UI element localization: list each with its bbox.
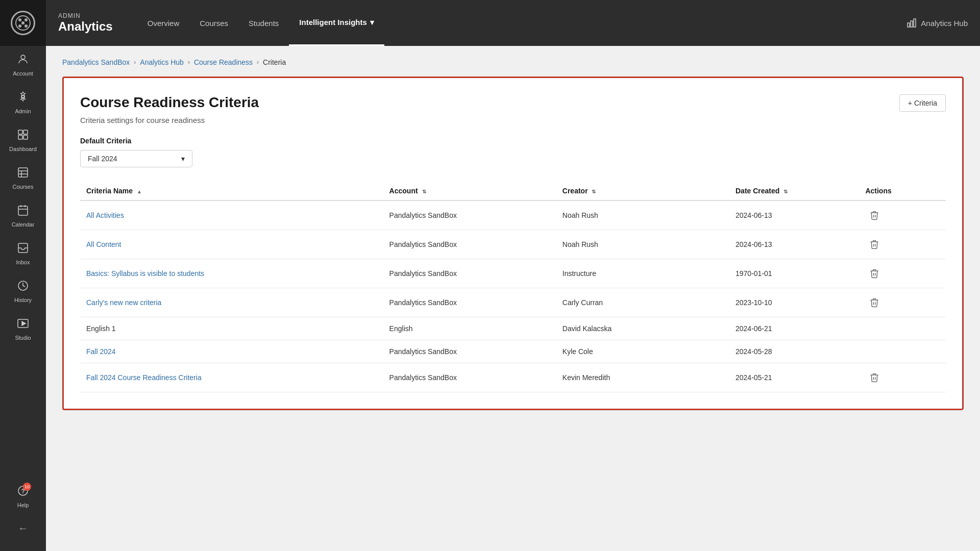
criteria-name-link[interactable]: Carly's new new criteria — [86, 298, 161, 307]
nav-link-courses[interactable]: Courses — [189, 0, 238, 46]
sidebar-item-admin[interactable]: Admin — [0, 84, 46, 121]
table-row: Carly's new new criteriaPandalytics Sand… — [80, 288, 946, 317]
breadcrumb-course-readiness[interactable]: Course Readiness — [194, 58, 253, 66]
sidebar-item-account[interactable]: Account — [0, 46, 46, 84]
criteria-table: Criteria Name ▲ Account ⇅ Creator ⇅ Da — [80, 182, 946, 392]
trash-icon — [869, 268, 879, 279]
sidebar: Account Admin Dashboard — [0, 0, 46, 551]
col-header-creator[interactable]: Creator ⇅ — [556, 182, 729, 201]
sidebar-collapse-button[interactable]: ← — [0, 515, 46, 541]
calendar-icon — [17, 204, 29, 219]
top-navigation: ADMIN Analytics Overview Courses Student… — [46, 0, 980, 46]
criteria-name-link[interactable]: All Activities — [86, 211, 124, 219]
sidebar-item-history-label: History — [14, 297, 32, 303]
breadcrumb-sep-3: › — [257, 59, 259, 66]
sidebar-item-dashboard[interactable]: Dashboard — [0, 121, 46, 159]
breadcrumb-analytics-hub[interactable]: Analytics Hub — [140, 58, 184, 66]
sidebar-item-help[interactable]: ? 10 Help — [0, 478, 46, 515]
default-criteria-label: Default Criteria — [80, 137, 946, 145]
card-header: Course Readiness Criteria + Criteria — [80, 94, 946, 112]
breadcrumb: Pandalytics SandBox › Analytics Hub › Co… — [62, 58, 964, 66]
default-criteria-dropdown[interactable]: Fall 2024 ▾ — [80, 150, 192, 167]
criteria-account: Pandalytics SandBox — [383, 340, 556, 363]
criteria-date-created: 2024-05-28 — [729, 340, 859, 363]
criteria-date-created: 2023-10-10 — [729, 288, 859, 317]
brand-admin-label: ADMIN — [58, 12, 113, 19]
nav-link-overview[interactable]: Overview — [137, 0, 190, 46]
criteria-account: Pandalytics SandBox — [383, 259, 556, 288]
criteria-creator: Carly Curran — [556, 288, 729, 317]
nav-link-students[interactable]: Students — [238, 0, 289, 46]
criteria-account: Pandalytics SandBox — [383, 230, 556, 259]
svg-point-3 — [18, 24, 21, 28]
help-badge-count: 10 — [23, 483, 31, 491]
col-header-account[interactable]: Account ⇅ — [383, 182, 556, 201]
svg-rect-11 — [23, 135, 28, 139]
delete-criteria-button[interactable] — [865, 237, 884, 252]
table-row: English 1EnglishDavid Kalacska2024-06-21 — [80, 317, 946, 340]
svg-point-5 — [21, 21, 24, 24]
main-wrapper: ADMIN Analytics Overview Courses Student… — [46, 0, 980, 551]
intelligent-insights-label: Intelligent Insights — [299, 18, 367, 27]
sidebar-item-calendar[interactable]: Calendar — [0, 197, 46, 235]
svg-rect-16 — [18, 206, 28, 215]
criteria-name-link[interactable]: All Content — [86, 240, 121, 248]
sidebar-bottom: ? 10 Help ← — [0, 478, 46, 551]
svg-point-2 — [24, 18, 28, 21]
sidebar-item-history[interactable]: History — [0, 272, 46, 310]
delete-criteria-button[interactable] — [865, 295, 884, 310]
col-header-date-created[interactable]: Date Created ⇅ — [729, 182, 859, 201]
delete-criteria-button[interactable] — [865, 370, 884, 385]
breadcrumb-sep-2: › — [188, 59, 190, 66]
add-criteria-button[interactable]: + Criteria — [899, 94, 946, 112]
delete-criteria-button[interactable] — [865, 208, 884, 222]
criteria-date-created: 2024-06-13 — [729, 201, 859, 230]
criteria-account: Pandalytics SandBox — [383, 363, 556, 392]
delete-criteria-button[interactable] — [865, 266, 884, 281]
sort-creator-icon: ⇅ — [592, 189, 596, 194]
add-criteria-button-label: + Criteria — [908, 99, 937, 107]
history-icon — [17, 280, 29, 295]
criteria-creator: Instructure — [556, 259, 729, 288]
criteria-date-created: 2024-06-21 — [729, 317, 859, 340]
brand: ADMIN Analytics — [58, 12, 113, 34]
breadcrumb-pandalytics[interactable]: Pandalytics SandBox — [62, 58, 130, 66]
page-title: Course Readiness Criteria — [80, 94, 259, 111]
svg-point-6 — [21, 55, 25, 59]
svg-rect-10 — [18, 135, 22, 139]
col-header-name[interactable]: Criteria Name ▲ — [80, 182, 383, 201]
logo-icon — [11, 11, 35, 35]
criteria-account: English — [383, 317, 556, 340]
criteria-creator: Noah Rush — [556, 230, 729, 259]
criteria-date-created: 2024-05-21 — [729, 363, 859, 392]
page-subtitle: Criteria settings for course readiness — [80, 116, 946, 124]
svg-marker-23 — [22, 321, 26, 325]
trash-icon — [869, 372, 879, 383]
criteria-name-link[interactable]: Basics: Syllabus is visible to students — [86, 269, 204, 278]
nav-link-intelligent-insights[interactable]: Intelligent Insights ▾ — [289, 0, 384, 46]
criteria-creator: Kyle Cole — [556, 340, 729, 363]
svg-rect-8 — [18, 130, 22, 134]
main-card: Course Readiness Criteria + Criteria Cri… — [62, 77, 964, 410]
nav-links: Overview Courses Students Intelligent In… — [137, 0, 891, 46]
sidebar-item-inbox[interactable]: Inbox — [0, 235, 46, 272]
sidebar-item-admin-label: Admin — [15, 108, 31, 114]
trash-icon — [869, 297, 879, 308]
sidebar-item-courses-label: Courses — [13, 184, 34, 190]
default-criteria-value: Fall 2024 — [88, 155, 117, 163]
criteria-name-link[interactable]: Fall 2024 — [86, 347, 116, 356]
criteria-date-created: 1970-01-01 — [729, 259, 859, 288]
svg-point-1 — [18, 18, 21, 21]
sidebar-item-dashboard-label: Dashboard — [9, 146, 37, 152]
table-row: All ContentPandalytics SandBoxNoah Rush2… — [80, 230, 946, 259]
dashboard-icon — [17, 129, 29, 144]
sidebar-item-courses[interactable]: Courses — [0, 159, 46, 197]
criteria-name-text: English 1 — [80, 317, 383, 340]
sidebar-item-inbox-label: Inbox — [16, 259, 30, 265]
analytics-hub-icon — [906, 18, 917, 28]
dropdown-chevron-icon: ▾ — [370, 18, 374, 27]
analytics-hub-link[interactable]: Analytics Hub — [906, 18, 968, 28]
criteria-name-link[interactable]: Fall 2024 Course Readiness Criteria — [86, 373, 202, 382]
sidebar-item-help-label: Help — [17, 502, 29, 508]
sidebar-item-studio[interactable]: Studio — [0, 310, 46, 348]
